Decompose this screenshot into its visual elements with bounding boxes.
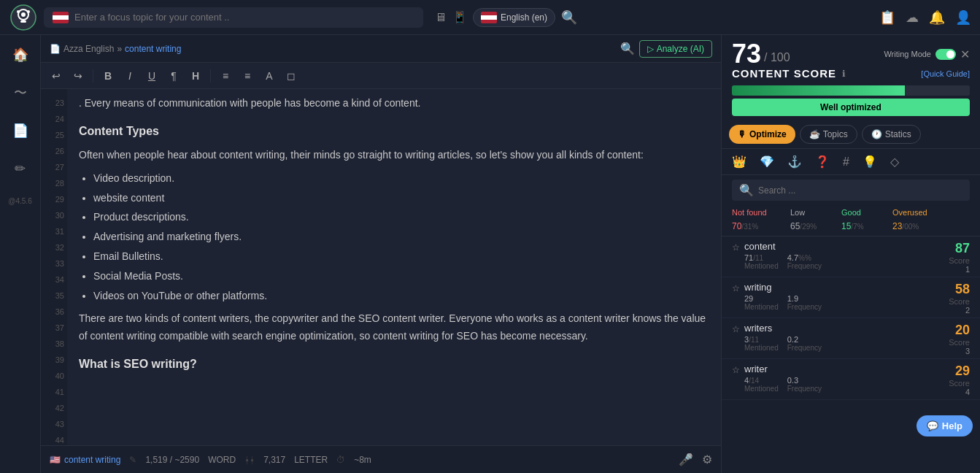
star-writers[interactable]: ☆ (732, 324, 740, 334)
list-button[interactable]: ≡ (216, 66, 235, 85)
star-content[interactable]: ☆ (732, 242, 740, 253)
count-not-found: 70/31% (732, 221, 790, 231)
focus-input-area[interactable] (44, 7, 423, 28)
writing-mode-label: Writing Mode (884, 50, 931, 58)
score-info-icon[interactable]: ℹ (842, 69, 846, 79)
footer-language: 🇺🇸 content writing (50, 455, 120, 465)
mobile-icon[interactable]: 📱 (452, 10, 467, 24)
diamond2-icon[interactable]: ◇ (890, 155, 899, 169)
microphone-icon[interactable]: 🎤 (679, 453, 693, 466)
anchor-icon[interactable]: ⚓ (787, 155, 802, 169)
bold-button[interactable]: B (99, 66, 117, 85)
svg-point-5 (27, 10, 30, 13)
account-icon[interactable]: 👤 (955, 9, 971, 26)
search-icon[interactable]: 🔍 (561, 9, 577, 26)
monitor-icon[interactable]: 🖥 (435, 11, 447, 24)
sidebar-item-documents[interactable]: 📄 (8, 118, 33, 143)
editor-search-icon[interactable]: 🔍 (620, 42, 635, 55)
content-score-label: CONTENT SCORE (732, 67, 836, 80)
line-39: 39 (44, 352, 64, 368)
statics-icon: 🕐 (871, 129, 882, 139)
align-button[interactable]: A (260, 66, 279, 85)
editor-content[interactable]: 23 24 25 26 27 28 29 30 31 32 33 34 35 3… (41, 89, 721, 445)
line-29: 29 (44, 191, 64, 207)
keyword-name-writing: writing (744, 282, 944, 293)
kw-score-writers: 20 (944, 323, 970, 338)
question-icon[interactable]: ❓ (815, 155, 830, 169)
search-kw-icon: 🔍 (739, 183, 754, 197)
sidebar-item-home[interactable]: 🏠 (8, 42, 33, 67)
bell-icon[interactable]: 🔔 (929, 9, 945, 26)
analyze-button[interactable]: ▷ Analyze (AI) (639, 40, 712, 58)
keyword-info-writers: writers 3/11 Mentioned 0.2 Frequency (744, 323, 944, 352)
diamond-icon[interactable]: 💎 (760, 155, 774, 169)
writing-mode-toggle[interactable] (935, 49, 956, 60)
editor-area: 📄 Azza English » content writing 🔍 ▷ Ana… (41, 35, 721, 473)
analyze-label: Analyze (AI) (657, 44, 704, 54)
text-content[interactable]: . Every means of communication with peop… (67, 89, 721, 445)
kw-mentioned-content: 71/11 Mentioned (744, 253, 779, 270)
settings-icon[interactable]: ⚙ (702, 453, 712, 466)
breadcrumb-page-icon: 📄 (50, 44, 61, 54)
footer-content-link[interactable]: content writing (64, 455, 120, 465)
keyword-info-writer: writer 4/14 Mentioned 0.3 Frequency (744, 364, 944, 393)
bulb-icon[interactable]: 💡 (863, 155, 877, 169)
kw-mentioned-writer: 4/14 Mentioned (744, 376, 779, 393)
sidebar-item-analytics[interactable]: 〜 (8, 80, 33, 105)
clear-button[interactable]: ◻ (282, 66, 301, 85)
kw-rank-writers: Score (944, 338, 970, 347)
toggle-knob (946, 50, 954, 58)
language-button[interactable]: English (en) (473, 8, 555, 27)
footer-letter-label: LETTER (294, 455, 328, 465)
quick-guide-link[interactable]: [Quick Guide] (921, 69, 970, 78)
kw-score-writing: 58 (944, 282, 970, 297)
line-44: 44 (44, 432, 64, 445)
heading-button[interactable]: H (186, 66, 205, 85)
section1-paragraph: Often when people hear about content wri… (79, 147, 709, 164)
svg-point-2 (21, 12, 26, 17)
kw-frequency-writing: 1.9 Frequency (787, 294, 822, 311)
line-30: 30 (44, 207, 64, 223)
close-panel-button[interactable]: ✕ (960, 47, 970, 61)
undo-button[interactable]: ↩ (47, 66, 66, 85)
list-item: Social Media Posts. (93, 268, 709, 285)
tab-statics[interactable]: 🕐 Statics (862, 125, 921, 144)
help-button[interactable]: 💬 Help (917, 415, 973, 437)
keyword-row-writing: ☆ writing 29 Mentioned 1.9 Frequency (722, 277, 980, 318)
kw-score-content: 87 (944, 241, 970, 256)
panel-tabs: 🎙 Optimize ☕ Topics 🕐 Statics (722, 120, 980, 149)
crown-icon[interactable]: 👑 (732, 155, 746, 169)
kw-mentioned-writers: 3/11 Mentioned (744, 335, 779, 352)
focus-input[interactable] (74, 12, 414, 23)
grid-icon[interactable]: # (843, 155, 849, 169)
redo-button[interactable]: ↪ (69, 66, 88, 85)
keywords-search[interactable]: 🔍 (732, 180, 970, 201)
paragraph2: There are two kinds of content writers, … (79, 310, 709, 345)
star-writer[interactable]: ☆ (732, 365, 740, 375)
line-23: 23 (44, 95, 64, 111)
underline-button[interactable]: U (142, 66, 161, 85)
sidebar-item-edit[interactable]: ✏ (8, 156, 33, 181)
keywords-search-input[interactable] (758, 185, 962, 196)
tab-topics[interactable]: ☕ Topics (800, 125, 857, 144)
keywords-list: ☆ content 71/11 Mentioned 4.7%% Frequenc… (722, 236, 980, 473)
cloud-icon[interactable]: ☁ (906, 9, 919, 26)
list-item: Email Bulletins. (93, 248, 709, 266)
language-label: English (en) (501, 12, 547, 23)
keyword-info-writing: writing 29 Mentioned 1.9 Frequency (744, 282, 944, 311)
tab-optimize[interactable]: 🎙 Optimize (729, 125, 795, 144)
document-icon[interactable]: 📋 (879, 9, 895, 26)
star-writing[interactable]: ☆ (732, 283, 740, 293)
device-icons: 🖥 📱 (435, 10, 467, 24)
italic-button[interactable]: I (120, 66, 139, 85)
breadcrumb-chevron: » (117, 44, 122, 54)
optimized-label: Well optimized (732, 99, 970, 116)
indent-button[interactable]: ≡ (238, 66, 257, 85)
score-header-row: 73 / 100 Writing Mode ✕ (722, 35, 980, 67)
line-26: 26 (44, 143, 64, 159)
section1-heading: Content Types (79, 121, 709, 141)
editor-toolbar: ↩ ↪ B I U ¶ H ≡ ≡ A ◻ (41, 63, 721, 89)
keyword-info-content: content 71/11 Mentioned 4.7%% Frequency (744, 241, 944, 270)
paragraph-button[interactable]: ¶ (164, 66, 183, 85)
kw-score-writer: 29 (944, 364, 970, 379)
